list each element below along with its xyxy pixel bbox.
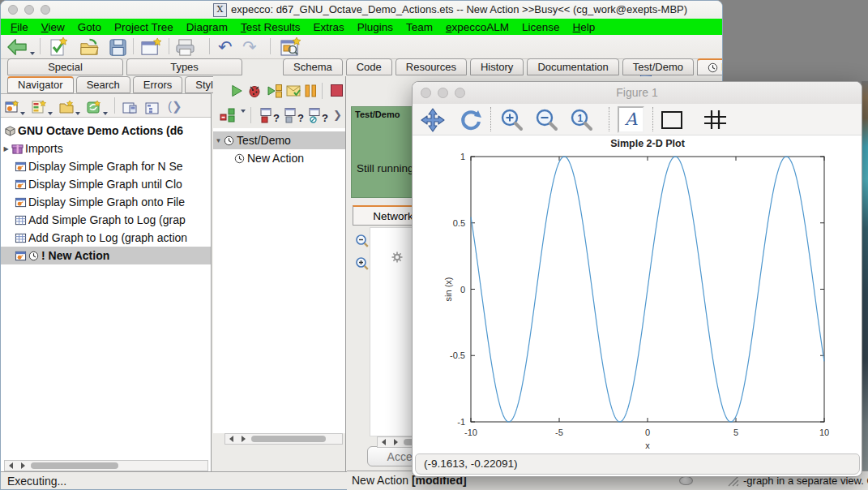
- run-stepwise-button[interactable]: [267, 84, 283, 101]
- toolbar-separator: [652, 107, 653, 131]
- minimize-button[interactable]: [24, 5, 34, 15]
- tab-special[interactable]: Special: [7, 58, 123, 75]
- collapse-expand-icons[interactable]: (❯: [168, 96, 182, 117]
- back-button[interactable]: [6, 37, 28, 58]
- window-action-icon: [15, 196, 28, 208]
- expander-icon[interactable]: ▶: [1, 145, 11, 153]
- pan-tool-icon[interactable]: [421, 108, 445, 135]
- debug-button[interactable]: [247, 84, 262, 101]
- splitter-handle[interactable]: [679, 476, 693, 485]
- resize-grip-icon[interactable]: [728, 475, 739, 490]
- tab-run[interactable]: Run: [697, 58, 723, 75]
- menu-extras[interactable]: Extras: [306, 21, 350, 33]
- scroll-left-icon[interactable]: [229, 436, 233, 442]
- find-browser-button[interactable]: [280, 37, 301, 58]
- figure-titlebar[interactable]: Figure 1: [413, 82, 862, 105]
- tree-item-display-simple-graph-for-n-se[interactable]: Display Simple Graph for N Se: [1, 157, 211, 175]
- menu-expeccoalm[interactable]: expeccoALM: [439, 21, 515, 33]
- exec-item-test-demo[interactable]: ▼Test/Demo: [213, 131, 345, 149]
- dropdown-icon[interactable]: [241, 113, 246, 127]
- new-list-icon[interactable]: [32, 97, 47, 118]
- rotate-tool-icon[interactable]: [458, 108, 482, 135]
- tree-item-display-simple-graph-until-clo[interactable]: Display Simple Graph until Clo: [1, 175, 211, 193]
- scroll-left-icon[interactable]: [382, 439, 386, 445]
- new-item-button[interactable]: [48, 37, 69, 58]
- scrollbar-thumb[interactable]: [31, 462, 118, 469]
- show-details-icon[interactable]: [122, 97, 137, 118]
- scroll-right-icon[interactable]: [394, 439, 398, 445]
- new-folder-icon[interactable]: [59, 97, 75, 118]
- tab-documentation[interactable]: Documentation: [527, 58, 618, 75]
- new-testplan-icon[interactable]: [5, 97, 20, 118]
- scroll-left-icon[interactable]: [9, 462, 13, 469]
- redo-button[interactable]: ↷: [242, 37, 257, 58]
- undo-button[interactable]: ↶: [218, 37, 233, 58]
- run-button[interactable]: [230, 84, 244, 101]
- exec-item-label: New Action: [247, 152, 304, 165]
- menu-test-results[interactable]: Test Results: [234, 21, 307, 33]
- new-window-button[interactable]: [140, 37, 162, 58]
- scrollbar-thumb[interactable]: [251, 436, 326, 442]
- grid-toggle-icon[interactable]: [704, 110, 726, 132]
- rectangle-select-tool-icon[interactable]: [661, 111, 682, 129]
- maximize-button[interactable]: [41, 5, 50, 15]
- scroll-right-icon[interactable]: [21, 462, 25, 469]
- open-button[interactable]: [79, 37, 100, 58]
- tab-history[interactable]: History: [470, 58, 524, 75]
- tree-item-display-simple-graph-onto-file[interactable]: Display Simple Graph onto File: [1, 193, 211, 211]
- plot-area[interactable]: Simple 2-D Plot-10-50510-1-0.500.51xsin …: [413, 135, 862, 453]
- menu-help[interactable]: Help: [567, 21, 602, 33]
- horizontal-scrollbar[interactable]: [4, 460, 208, 471]
- expander-icon[interactable]: ▼: [213, 137, 224, 144]
- tree-item-imports[interactable]: ▶Imports: [1, 140, 211, 157]
- menu-view[interactable]: View: [35, 21, 71, 33]
- tab-search[interactable]: Search: [76, 76, 130, 93]
- exec-item-new-action[interactable]: New Action: [213, 149, 345, 167]
- tree-item-new-action[interactable]: ! New Action: [1, 247, 211, 264]
- close-button[interactable]: [8, 5, 18, 15]
- tree-item-label: Display Simple Graph onto File: [28, 196, 185, 208]
- zoom-original-tool-icon[interactable]: 1: [570, 108, 594, 135]
- gear-icon[interactable]: [391, 251, 403, 266]
- horizontal-scrollbar[interactable]: [224, 433, 343, 445]
- breakpoint-on-fail-icon[interactable]: ?: [260, 108, 281, 127]
- left-tabs-top: SpecialTypes: [7, 58, 242, 75]
- zoom-in-icon[interactable]: [355, 256, 370, 274]
- new-resource-icon[interactable]: [87, 97, 102, 118]
- window-titlebar[interactable]: X expecco: d67_GNU_Octave_Demo_Actions.e…: [1, 1, 722, 19]
- menu-diagram[interactable]: Diagram: [180, 21, 234, 33]
- text-annotation-tool-icon[interactable]: A: [618, 106, 644, 133]
- tab-types[interactable]: Types: [126, 58, 242, 75]
- run-with-report-button[interactable]: [286, 84, 301, 101]
- coverage-mode-icon[interactable]: [220, 108, 237, 126]
- tab-test-demo[interactable]: Test/Demo: [622, 58, 694, 75]
- menu-project-tree[interactable]: Project Tree: [108, 21, 180, 33]
- toolbar-separator: [209, 38, 210, 54]
- tree-item-add-graph-to-log-graph-action[interactable]: Add Graph to Log (graph action: [1, 229, 211, 247]
- tree-view-icon[interactable]: [145, 97, 160, 118]
- zoom-out-tool-icon[interactable]: [535, 108, 559, 135]
- tree-item-add-simple-graph-to-log-grap[interactable]: Add Simple Graph to Log (grap: [1, 211, 211, 229]
- menu-file[interactable]: File: [4, 21, 35, 33]
- save-button[interactable]: [109, 37, 127, 58]
- menu-license[interactable]: License: [515, 21, 567, 33]
- tree-item-label: Display Simple Graph for N Se: [28, 160, 183, 173]
- menu-plugins[interactable]: Plugins: [351, 21, 400, 33]
- tab-navigator[interactable]: Navigator: [7, 76, 74, 93]
- menu-goto[interactable]: Goto: [71, 21, 108, 33]
- more-icons-chevron[interactable]: ❯: [333, 109, 342, 121]
- zoom-in-tool-icon[interactable]: [500, 108, 524, 135]
- breakpoint-skip-icon[interactable]: ?: [284, 108, 306, 127]
- pause-button[interactable]: [305, 84, 317, 101]
- menu-team[interactable]: Team: [400, 21, 439, 33]
- tab-resources[interactable]: Resources: [396, 58, 467, 75]
- scroll-right-icon[interactable]: [242, 436, 246, 442]
- stop-button[interactable]: [330, 84, 344, 101]
- zoom-out-icon[interactable]: [355, 234, 370, 251]
- tab-schema[interactable]: Schema: [283, 58, 343, 75]
- print-button[interactable]: [174, 37, 196, 58]
- tree-item-gnu-octave-demo-actions-d6[interactable]: GNU Octave Demo Actions (d6: [1, 122, 211, 140]
- tab-code[interactable]: Code: [346, 58, 392, 75]
- tab-errors[interactable]: Errors: [133, 76, 182, 93]
- breakpoint-disabled-icon[interactable]: ?: [309, 108, 330, 127]
